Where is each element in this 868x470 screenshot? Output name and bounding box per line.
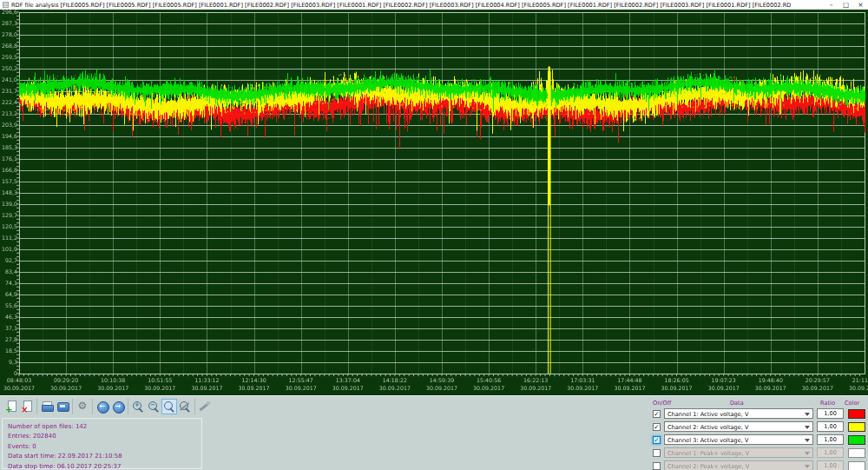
channel-checkbox[interactable]: ✓ [653,436,661,444]
add-file-button[interactable] [3,399,19,414]
info-line: Data start time: 22.09.2017 21:10:58 [8,452,201,461]
channel-row: ✓Channel 1: Active voltage, V [647,408,867,420]
ratio-input[interactable] [817,408,844,419]
settings-gear-button[interactable] [75,399,90,414]
channel-row: Channel 1: Peak+ voltage, V [647,447,867,459]
remove-file-button[interactable] [19,399,35,414]
channels-panel: On/Off Data Ratio Color ✓Channel 1: Acti… [647,396,867,470]
channel-data-select: Channel 2: Peak+ voltage, V [664,460,813,470]
channel-row: ✓Channel 3: Active voltage, V [647,434,867,446]
info-line: Entries: 202840 [8,432,201,441]
window-title: RDF file analysis [FILE0005.RDF] [FILE00… [11,2,791,9]
channel-data-select[interactable]: Channel 3: Active voltage, V [664,434,813,445]
color-swatch[interactable] [848,448,865,458]
measure-tool-button[interactable] [197,399,213,414]
zoom-selection-button[interactable] [161,399,177,414]
zoom-out-icon [148,400,160,413]
window-controls: – □ × [824,0,868,10]
restore-button[interactable]: □ [838,0,853,10]
channel-checkbox[interactable] [653,462,661,470]
ratio-input[interactable] [817,421,844,432]
zoom-selection-icon [163,400,175,413]
title-bar: RDF file analysis [FILE0005.RDF] [FILE00… [0,0,868,10]
measure-tool-icon [199,400,211,413]
color-swatch[interactable] [848,422,865,432]
toolbar-group [37,399,73,414]
minimize-button[interactable]: – [824,0,838,10]
bottom-panel: Number of open files: 142Entries: 202840… [0,395,868,470]
info-line: Data stop time: 06.10.2017 20:25:37 [8,462,201,470]
export-image-icon [56,400,69,413]
channel-data-select[interactable]: Channel 2: Active voltage, V [664,421,813,432]
info-panel: Number of open files: 142Entries: 202840… [2,418,202,469]
print-icon [41,400,53,413]
toolbar [2,398,214,415]
channel-row: Channel 2: Peak+ voltage, V [647,460,867,470]
close-button[interactable]: × [853,0,868,10]
zoom-out-button[interactable] [146,399,161,414]
toolbar-group [73,399,93,414]
channel-checkbox[interactable] [653,449,661,457]
ratio-input[interactable] [817,434,844,445]
header-ratio: Ratio [820,400,835,407]
zoom-in-button[interactable] [130,399,146,414]
info-line: Events: 0 [8,442,201,452]
back-icon [96,400,108,413]
app-window: RDF file analysis [FILE0005.RDF] [FILE00… [0,0,868,470]
back-button[interactable] [95,399,110,414]
channel-row: ✓Channel 2: Active voltage, V [647,421,867,433]
forward-button[interactable] [110,399,126,414]
chart-area: 296,6287,3278,0268,8259,5250,2241,0231,7… [0,10,868,395]
zoom-reset-button[interactable] [177,399,193,414]
color-swatch[interactable] [848,461,865,470]
channel-data-select: Channel 1: Peak+ voltage, V [664,447,813,458]
zoom-in-icon [132,400,144,413]
print-button[interactable] [39,399,55,414]
color-swatch[interactable] [848,409,865,419]
forward-icon [112,400,124,413]
ratio-input [817,460,844,470]
settings-gear-icon [76,400,89,413]
export-image-button[interactable] [55,399,70,414]
color-swatch[interactable] [848,435,865,445]
channel-checkbox[interactable]: ✓ [653,423,661,431]
zoom-reset-icon [179,400,191,413]
toolbar-group [128,399,195,414]
voltage-chart-canvas[interactable] [0,10,868,395]
remove-file-icon [21,400,33,413]
add-file-icon [5,400,17,413]
app-icon [3,2,9,8]
info-line: Number of open files: 142 [8,422,201,432]
header-color: Color [845,400,859,407]
ratio-input [817,447,844,458]
channel-data-select[interactable]: Channel 1: Active voltage, V [664,408,813,419]
toolbar-group [2,399,37,414]
toolbar-group [93,399,128,414]
header-data: Data [730,400,744,407]
toolbar-group [195,399,214,414]
channel-checkbox[interactable]: ✓ [653,410,661,418]
header-onoff: On/Off [653,400,671,407]
